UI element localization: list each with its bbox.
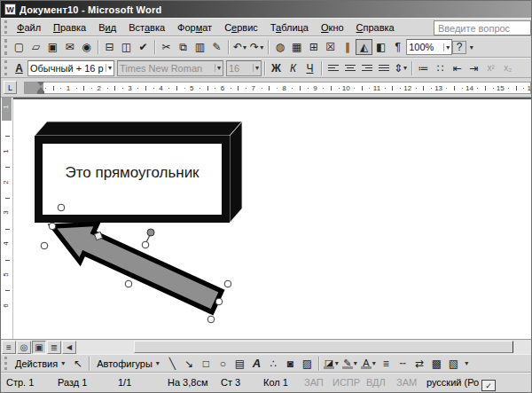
search-button[interactable]: ◉ xyxy=(78,39,95,55)
toolbar-options-button[interactable]: ▾ xyxy=(466,39,476,55)
format-painter-button[interactable]: ✎ xyxy=(208,39,225,55)
superscript-button[interactable]: x² xyxy=(482,60,499,76)
word-app-icon[interactable]: W xyxy=(4,4,16,15)
align-right-button[interactable] xyxy=(358,60,375,76)
line-style-button[interactable]: ≡ xyxy=(378,356,395,372)
bullet-list-button[interactable]: ∷ xyxy=(432,60,449,76)
line-spacing-dropdown-arrow[interactable]: ▾ xyxy=(403,64,407,72)
menu-tools[interactable]: Сервис xyxy=(218,20,264,35)
font-dropdown-arrow[interactable]: ▾ xyxy=(215,64,221,72)
font-color-button[interactable]: А▾ xyxy=(359,356,378,372)
resize-handle[interactable] xyxy=(49,223,56,230)
open-button[interactable]: ▱ xyxy=(27,39,44,55)
font-color-dropdown-arrow[interactable]: ▾ xyxy=(372,359,376,367)
line-tool-button[interactable]: ╲ xyxy=(164,356,181,372)
resize-handle[interactable] xyxy=(207,316,215,323)
font-combo[interactable]: Times New Roman▾ xyxy=(117,60,223,76)
outline-view-button[interactable]: ≣ xyxy=(47,341,61,354)
status-overtype-toggle[interactable]: ЗАМ xyxy=(396,377,417,388)
italic-button[interactable]: К xyxy=(285,60,301,76)
oval-tool-button[interactable]: ○ xyxy=(215,356,231,372)
menu-format[interactable]: Формат xyxy=(171,20,218,35)
increase-indent-button[interactable]: ⇥ xyxy=(466,60,482,76)
decrease-indent-button[interactable]: ⇤ xyxy=(449,60,466,76)
numbered-list-button[interactable]: ≔ xyxy=(415,60,432,76)
menu-table[interactable]: Таблица xyxy=(264,20,315,35)
line-color-button[interactable]: ✎▾ xyxy=(340,356,359,372)
align-center-button[interactable] xyxy=(341,60,358,76)
status-extend-toggle[interactable]: ВДЛ xyxy=(366,377,386,388)
line-spacing-button[interactable]: ⇕▾ xyxy=(392,60,409,76)
clip-art-button[interactable]: ◙ xyxy=(282,356,299,372)
first-line-indent-marker[interactable] xyxy=(37,82,44,86)
resize-handle[interactable] xyxy=(41,242,48,249)
draw-menu-button[interactable]: Действия▾ xyxy=(11,356,69,372)
undo-dropdown-arrow[interactable]: ▾ xyxy=(243,43,246,51)
document-page[interactable]: Это прямоугольник xyxy=(13,98,531,339)
bold-button[interactable]: Ж xyxy=(268,60,285,76)
insert-table-button[interactable]: ⊞ xyxy=(305,39,322,55)
rectangle-3d-shape[interactable]: Это прямоугольник xyxy=(35,122,242,223)
status-track-toggle[interactable]: ИСПР xyxy=(332,377,360,388)
help-button[interactable]: ? xyxy=(452,41,466,54)
justify-button[interactable] xyxy=(375,60,392,76)
resize-handle[interactable] xyxy=(142,241,149,248)
block-arrow-shape[interactable] xyxy=(43,208,225,321)
styles-pane-button[interactable]: A xyxy=(11,60,27,76)
align-left-button[interactable] xyxy=(325,60,341,76)
normal-view-button[interactable]: ≡ xyxy=(2,341,16,354)
save-button[interactable]: ▣ xyxy=(44,39,61,55)
tab-selector-button[interactable]: L xyxy=(4,81,17,94)
print-preview-button[interactable]: ◫ xyxy=(118,39,135,55)
dash-style-button[interactable]: ╌ xyxy=(395,356,411,372)
zoom-combo[interactable]: 100%▾ xyxy=(406,39,452,55)
drawing-toolbar-grip[interactable] xyxy=(4,357,9,370)
status-language[interactable]: русский (Ро xyxy=(426,377,479,388)
rotation-handle[interactable] xyxy=(147,229,154,236)
paste-button[interactable]: ▥ xyxy=(192,39,208,55)
underline-button[interactable]: Ч xyxy=(301,60,318,76)
menu-grip[interactable] xyxy=(4,20,9,34)
left-indent-marker[interactable] xyxy=(37,91,44,94)
status-record-toggle[interactable]: ЗАП xyxy=(304,377,324,388)
menu-window[interactable]: Окно xyxy=(315,20,350,35)
fill-color-dropdown-arrow[interactable]: ▾ xyxy=(335,359,339,367)
style-dropdown-arrow[interactable]: ▾ xyxy=(106,64,112,72)
fill-color-button[interactable]: ◪▾ xyxy=(322,356,340,372)
resize-handle[interactable] xyxy=(215,298,223,305)
insert-excel-button[interactable]: ☒ xyxy=(322,39,339,55)
undo-button[interactable]: ↶▾ xyxy=(231,39,248,55)
spelling-button[interactable]: ✔ xyxy=(135,39,152,55)
new-document-button[interactable]: ▢ xyxy=(11,39,27,55)
show-marks-button[interactable]: ¶ xyxy=(389,39,406,55)
redo-dropdown-arrow[interactable]: ▾ xyxy=(260,43,263,51)
columns-button[interactable]: ∥ xyxy=(339,39,356,55)
style-combo[interactable]: Обычный + 16 p▾ xyxy=(27,60,114,76)
print-button[interactable]: ⊟ xyxy=(101,39,118,55)
insert-hyperlink-button[interactable]: ◍ xyxy=(271,39,288,55)
redo-button[interactable]: ↷▾ xyxy=(248,39,265,55)
shadow-style-button[interactable]: ▩ xyxy=(428,356,445,372)
drawing-toggle-button[interactable]: ◭ xyxy=(356,39,372,55)
autoshapes-menu-button[interactable]: Автофигуры▾ xyxy=(92,356,164,372)
menu-file[interactable]: Файл xyxy=(11,20,47,35)
wordart-button[interactable]: A xyxy=(248,356,265,372)
menu-help[interactable]: Справка xyxy=(350,20,401,35)
size-dropdown-arrow[interactable]: ▾ xyxy=(253,64,259,72)
text-box-button[interactable]: ▤ xyxy=(231,356,248,372)
arrow-tool-button[interactable]: ↘ xyxy=(181,356,198,372)
subscript-button[interactable]: x₂ xyxy=(499,60,516,76)
threed-style-button[interactable]: ▧ xyxy=(445,356,462,372)
resize-handle[interactable] xyxy=(58,204,65,211)
toolbar-options-button[interactable]: ▾ xyxy=(462,356,472,372)
line-color-dropdown-arrow[interactable]: ▾ xyxy=(354,359,357,367)
standard-toolbar-grip[interactable] xyxy=(4,39,9,55)
email-button[interactable]: ✉ xyxy=(61,39,78,55)
menu-view[interactable]: Вид xyxy=(92,20,122,35)
copy-button[interactable]: ⧉ xyxy=(175,39,192,55)
diagram-button[interactable]: ∴ xyxy=(265,356,282,372)
resize-handle[interactable] xyxy=(224,280,231,287)
ask-question-input[interactable]: Введите вопрос xyxy=(434,20,531,35)
menu-edit[interactable]: Правка xyxy=(47,20,92,35)
web-layout-button[interactable]: ◎ xyxy=(17,341,31,354)
